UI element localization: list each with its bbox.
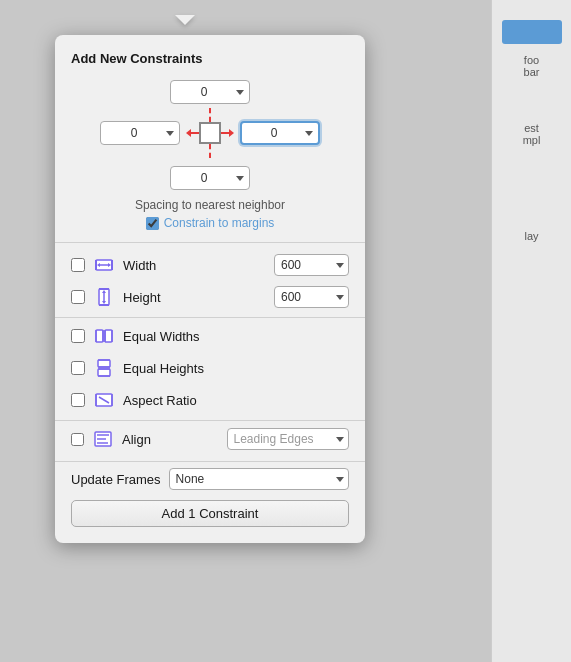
divider-mid2 bbox=[55, 420, 365, 421]
spacing-top-select[interactable]: 0 bbox=[170, 80, 250, 104]
right-arrow-head bbox=[229, 129, 234, 137]
right-panel-blue-btn[interactable] bbox=[502, 20, 562, 44]
aspect-ratio-icon bbox=[93, 389, 115, 411]
width-checkbox[interactable] bbox=[71, 258, 85, 272]
height-icon bbox=[93, 286, 115, 308]
update-frames-select[interactable]: None bbox=[169, 468, 349, 490]
equal-heights-row: Equal Heights bbox=[71, 356, 349, 380]
width-row: Width 600 bbox=[71, 253, 349, 277]
divider-bottom bbox=[55, 461, 365, 462]
height-value-select[interactable]: 600 bbox=[274, 286, 349, 308]
align-checkbox[interactable] bbox=[71, 433, 84, 446]
equal-heights-checkbox[interactable] bbox=[71, 361, 85, 375]
center-box bbox=[199, 122, 221, 144]
svg-rect-13 bbox=[105, 330, 112, 342]
width-icon bbox=[93, 254, 115, 276]
panel-title: Add New Constraints bbox=[71, 51, 349, 66]
constraints-panel: Add New Constraints 0 0 bbox=[25, 15, 345, 25]
svg-rect-18 bbox=[98, 360, 110, 367]
panel-box: Add New Constraints 0 0 bbox=[55, 35, 365, 543]
update-frames-row: Update Frames None bbox=[71, 468, 349, 490]
panel-pointer bbox=[175, 15, 195, 25]
right-panel-bg: foobar estmpl lay bbox=[491, 0, 571, 662]
height-checkbox[interactable] bbox=[71, 290, 85, 304]
divider-top bbox=[55, 242, 365, 243]
right-panel-text2: estmpl bbox=[519, 122, 545, 146]
spacing-left-select[interactable]: 0 bbox=[100, 121, 180, 145]
width-value-select[interactable]: 600 bbox=[274, 254, 349, 276]
right-panel-text1: foobar bbox=[520, 54, 544, 78]
equal-widths-icon bbox=[93, 325, 115, 347]
equal-widths-row: Equal Widths bbox=[71, 324, 349, 348]
spacing-center-diagram bbox=[186, 108, 234, 158]
equal-heights-label: Equal Heights bbox=[123, 361, 349, 376]
equal-widths-checkbox[interactable] bbox=[71, 329, 85, 343]
constrain-margins-label: Constrain to margins bbox=[164, 216, 275, 230]
align-label: Align bbox=[122, 432, 219, 447]
spacing-diagram: 0 0 bbox=[71, 80, 349, 190]
equal-heights-icon bbox=[93, 357, 115, 379]
right-arrow-line bbox=[221, 132, 229, 134]
svg-rect-19 bbox=[98, 369, 110, 376]
aspect-ratio-row: Aspect Ratio bbox=[71, 388, 349, 412]
align-value-select[interactable]: Leading Edges bbox=[227, 428, 350, 450]
aspect-ratio-label: Aspect Ratio bbox=[123, 393, 349, 408]
width-label: Width bbox=[123, 258, 266, 273]
update-frames-label: Update Frames bbox=[71, 472, 161, 487]
constrain-margins-checkbox[interactable] bbox=[146, 217, 159, 230]
spacing-right-select[interactable]: 0 bbox=[240, 121, 320, 145]
spacing-bottom-select[interactable]: 0 bbox=[170, 166, 250, 190]
svg-rect-12 bbox=[96, 330, 103, 342]
height-label: Height bbox=[123, 290, 266, 305]
align-row: Align Leading Edges bbox=[71, 427, 349, 451]
spacing-label: Spacing to nearest neighbor bbox=[71, 198, 349, 212]
divider-mid1 bbox=[55, 317, 365, 318]
align-icon bbox=[92, 428, 114, 450]
aspect-ratio-checkbox[interactable] bbox=[71, 393, 85, 407]
equal-widths-label: Equal Widths bbox=[123, 329, 349, 344]
height-row: Height 600 bbox=[71, 285, 349, 309]
left-arrow-line bbox=[191, 132, 199, 134]
constrain-margins-row: Constrain to margins bbox=[71, 216, 349, 230]
right-panel-text3: lay bbox=[520, 230, 542, 242]
add-constraint-button[interactable]: Add 1 Constraint bbox=[71, 500, 349, 527]
